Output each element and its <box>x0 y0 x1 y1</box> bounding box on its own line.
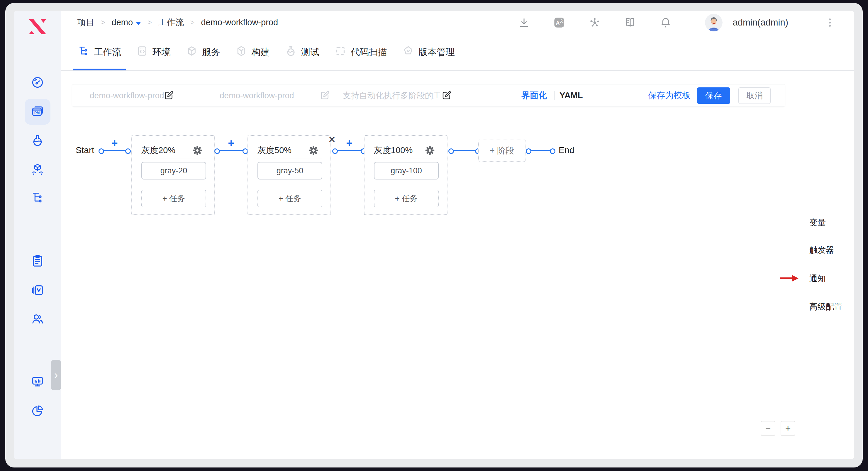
save-button[interactable]: 保存 <box>697 87 730 104</box>
clipboard-icon <box>31 254 44 269</box>
package-in-hands-icon <box>31 163 44 178</box>
workflow-name-value[interactable]: demo-workflow-prod <box>90 91 164 100</box>
end-node-label: End <box>559 145 574 155</box>
stage-node-gray20[interactable]: 灰度20% gray-20 + 任务 <box>131 135 215 215</box>
sidebar-item-release-versions[interactable] <box>25 278 51 304</box>
cluster-icon[interactable] <box>588 16 601 29</box>
left-sidebar: PM › <box>14 11 61 459</box>
zoom-out-button[interactable]: − <box>761 421 775 436</box>
sidebar-item-delivery[interactable] <box>25 157 51 183</box>
monitor-bars-icon <box>31 375 44 389</box>
breadcrumb-separator: > <box>148 18 152 27</box>
sidebar-item-users[interactable] <box>25 307 51 332</box>
sidebar-item-projects[interactable]: PM <box>25 99 51 125</box>
pie-chart-icon <box>31 404 44 419</box>
translate-icon[interactable]: A文 <box>553 16 566 29</box>
save-as-template-link[interactable]: 保存为模板 <box>648 90 690 101</box>
sidebar-item-insights[interactable] <box>25 399 51 425</box>
scan-frame-icon <box>335 45 346 59</box>
kebab-menu-icon[interactable] <box>824 16 836 29</box>
view-mode-ui-toggle[interactable]: 界面化 <box>521 90 547 101</box>
stage-header: 灰度50% <box>257 145 322 156</box>
tab-services[interactable]: 服务 <box>186 34 220 70</box>
tab-label: 代码扫描 <box>351 46 387 58</box>
edit-name-icon[interactable] <box>164 90 174 101</box>
breadcrumb-separator: > <box>101 18 105 27</box>
brand-logo-icon[interactable] <box>28 19 46 35</box>
job-item-gray100[interactable]: gray-100 <box>374 162 439 180</box>
tab-builds[interactable]: 构建 <box>236 34 270 70</box>
add-task-button[interactable]: + 任务 <box>141 190 206 207</box>
add-task-button[interactable]: + 任务 <box>374 190 439 207</box>
insert-stage-plus-button[interactable]: + <box>109 137 121 149</box>
stage-title: 灰度50% <box>257 145 291 156</box>
top-header: 项目 > demo > 工作流 > demo-workflow-prod A文 <box>61 11 854 34</box>
sidebar-item-dashboard[interactable] <box>25 70 51 96</box>
tab-label: 测试 <box>301 46 319 58</box>
stage-settings-gear-icon[interactable] <box>193 146 202 155</box>
notification-bell-icon[interactable] <box>659 16 672 29</box>
stage-title: 灰度20% <box>141 145 175 156</box>
sidebar-item-system-monitor[interactable] <box>25 369 51 395</box>
job-item-gray50[interactable]: gray-50 <box>257 162 322 180</box>
tab-code-scan[interactable]: 代码扫描 <box>335 34 387 70</box>
breadcrumb-projects[interactable]: 项目 <box>78 17 94 28</box>
stage-title: 灰度100% <box>374 145 412 156</box>
workflow-description-placeholder[interactable]: 支持自动化执行多阶段的工 <box>343 90 440 101</box>
insert-stage-plus-button[interactable]: + <box>343 137 355 149</box>
tab-label: 服务 <box>202 46 220 58</box>
docs-book-icon[interactable] <box>624 16 637 29</box>
stage-node-gray50[interactable]: 灰度50% gray-50 + 任务 <box>248 135 331 215</box>
breadcrumb-project-name[interactable]: demo <box>112 18 141 27</box>
sidebar-item-checklist[interactable] <box>25 248 51 274</box>
dashboard-gauge-icon <box>31 76 44 90</box>
tab-workflows[interactable]: 工作流 <box>78 34 121 70</box>
download-icon[interactable] <box>518 16 530 29</box>
right-panel-divider <box>800 71 800 459</box>
stage-settings-gear-icon[interactable] <box>309 146 318 155</box>
panel-tab-triggers[interactable]: 触发器 <box>809 245 834 256</box>
stage-divider <box>374 158 439 158</box>
tab-tests[interactable]: 测试 <box>285 34 319 70</box>
add-stage-button[interactable]: + 阶段 <box>478 139 526 162</box>
job-item-gray20[interactable]: gray-20 <box>141 162 206 180</box>
header-actions: A文 admin(admin) <box>518 14 854 31</box>
edit-display-name-icon[interactable] <box>320 90 330 101</box>
workflow-settings-bar: demo-workflow-prod demo-workflow-prod 支持… <box>72 84 785 107</box>
panel-tab-variables[interactable]: 变量 <box>809 217 826 228</box>
workflow-display-name-value[interactable]: demo-workflow-prod <box>220 91 294 100</box>
edit-description-icon[interactable] <box>441 90 452 101</box>
stage-settings-gear-icon[interactable] <box>425 146 435 155</box>
pipeline-tree-icon <box>31 191 44 206</box>
delete-stage-close-icon[interactable]: × <box>326 133 338 146</box>
cancel-button[interactable]: 取消 <box>738 87 771 104</box>
terminal-window-icon <box>136 45 148 59</box>
red-pointer-arrow-icon <box>779 275 799 282</box>
breadcrumb-section[interactable]: 工作流 <box>158 17 184 28</box>
projects-pm-icon: PM <box>31 104 44 119</box>
sidebar-item-pipelines[interactable] <box>25 185 51 211</box>
add-task-button[interactable]: + 任务 <box>257 190 322 207</box>
sidebar-collapse-handle[interactable]: › <box>51 360 61 390</box>
view-mode-yaml-toggle[interactable]: YAML <box>559 91 583 100</box>
tab-environments[interactable]: 环境 <box>136 34 170 70</box>
tab-label: 构建 <box>252 46 270 58</box>
version-gem-icon <box>402 45 414 59</box>
stage-node-gray100[interactable]: 灰度100% gray-100 + 任务 <box>364 135 447 215</box>
connector-line <box>101 150 128 151</box>
zoom-in-button[interactable]: + <box>781 421 795 436</box>
username-label[interactable]: admin(admin) <box>733 17 788 28</box>
insert-stage-plus-button[interactable]: + <box>225 137 237 149</box>
workflow-tree-icon <box>78 45 89 59</box>
breadcrumb: 项目 > demo > 工作流 > demo-workflow-prod <box>61 17 278 28</box>
connector-line <box>217 150 246 151</box>
mode-separator <box>554 91 555 100</box>
panel-tab-notifications[interactable]: 通知 <box>809 273 826 284</box>
sidebar-item-test-lab[interactable] <box>25 128 51 154</box>
connector-line <box>451 150 478 151</box>
tab-version-management[interactable]: 版本管理 <box>402 34 455 70</box>
panel-tab-advanced-config[interactable]: 高级配置 <box>809 301 842 312</box>
start-node-label: Start <box>76 145 94 155</box>
connector-line <box>528 150 553 151</box>
user-avatar[interactable] <box>705 14 722 31</box>
